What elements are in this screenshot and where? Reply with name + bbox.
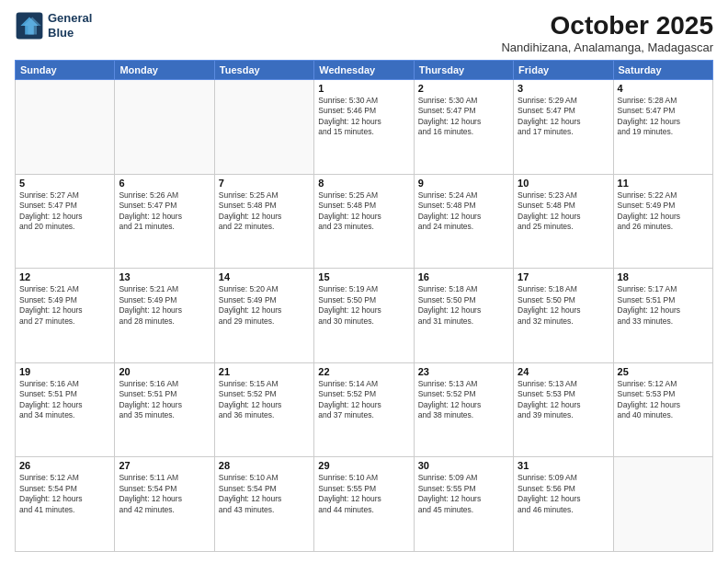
col-thursday: Thursday bbox=[414, 61, 513, 80]
day-number: 2 bbox=[418, 83, 509, 94]
day-number: 31 bbox=[518, 460, 609, 471]
table-row bbox=[16, 80, 115, 175]
day-info: Sunrise: 5:14 AM Sunset: 5:52 PM Dayligh… bbox=[318, 379, 409, 421]
day-info: Sunrise: 5:30 AM Sunset: 5:46 PM Dayligh… bbox=[318, 96, 409, 138]
day-info: Sunrise: 5:16 AM Sunset: 5:51 PM Dayligh… bbox=[19, 379, 110, 421]
logo-icon bbox=[15, 11, 44, 40]
day-number: 17 bbox=[518, 271, 609, 282]
day-info: Sunrise: 5:25 AM Sunset: 5:48 PM Dayligh… bbox=[219, 190, 310, 233]
table-row: 21Sunrise: 5:15 AM Sunset: 5:52 PM Dayli… bbox=[214, 362, 313, 457]
day-number: 23 bbox=[418, 366, 509, 377]
logo: General Blue bbox=[15, 11, 92, 40]
day-info: Sunrise: 5:16 AM Sunset: 5:51 PM Dayligh… bbox=[119, 379, 210, 421]
day-info: Sunrise: 5:23 AM Sunset: 5:48 PM Dayligh… bbox=[518, 190, 609, 233]
table-row: 20Sunrise: 5:16 AM Sunset: 5:51 PM Dayli… bbox=[115, 362, 214, 457]
header: General Blue October 2025 Nandihizana, A… bbox=[15, 11, 713, 54]
day-number: 20 bbox=[119, 366, 210, 377]
table-row: 3Sunrise: 5:29 AM Sunset: 5:47 PM Daylig… bbox=[514, 80, 613, 175]
calendar-table: Sunday Monday Tuesday Wednesday Thursday… bbox=[15, 60, 713, 552]
table-row: 23Sunrise: 5:13 AM Sunset: 5:52 PM Dayli… bbox=[414, 362, 513, 457]
table-row: 11Sunrise: 5:22 AM Sunset: 5:49 PM Dayli… bbox=[613, 174, 712, 269]
day-info: Sunrise: 5:13 AM Sunset: 5:52 PM Dayligh… bbox=[418, 379, 509, 421]
table-row: 18Sunrise: 5:17 AM Sunset: 5:51 PM Dayli… bbox=[613, 269, 712, 363]
table-row: 15Sunrise: 5:19 AM Sunset: 5:50 PM Dayli… bbox=[314, 269, 414, 363]
table-row: 17Sunrise: 5:18 AM Sunset: 5:50 PM Dayli… bbox=[514, 269, 613, 363]
col-wednesday: Wednesday bbox=[314, 61, 414, 80]
day-number: 8 bbox=[318, 178, 409, 189]
day-info: Sunrise: 5:26 AM Sunset: 5:47 PM Dayligh… bbox=[119, 190, 210, 233]
table-row: 12Sunrise: 5:21 AM Sunset: 5:49 PM Dayli… bbox=[16, 269, 115, 363]
day-number: 4 bbox=[618, 83, 709, 94]
day-number: 28 bbox=[219, 460, 310, 471]
table-row: 27Sunrise: 5:11 AM Sunset: 5:54 PM Dayli… bbox=[115, 457, 214, 552]
day-info: Sunrise: 5:21 AM Sunset: 5:49 PM Dayligh… bbox=[119, 284, 210, 327]
col-sunday: Sunday bbox=[16, 61, 115, 80]
day-number: 26 bbox=[19, 460, 110, 471]
day-info: Sunrise: 5:10 AM Sunset: 5:54 PM Dayligh… bbox=[219, 473, 310, 515]
location-title: Nandihizana, Analamanga, Madagascar bbox=[501, 40, 713, 54]
day-number: 12 bbox=[19, 271, 110, 282]
day-number: 16 bbox=[418, 271, 509, 282]
table-row: 4Sunrise: 5:28 AM Sunset: 5:47 PM Daylig… bbox=[613, 80, 712, 175]
day-number: 25 bbox=[618, 366, 709, 377]
day-info: Sunrise: 5:18 AM Sunset: 5:50 PM Dayligh… bbox=[418, 284, 509, 327]
table-row: 14Sunrise: 5:20 AM Sunset: 5:49 PM Dayli… bbox=[214, 269, 313, 363]
day-number: 30 bbox=[418, 460, 509, 471]
table-row: 26Sunrise: 5:12 AM Sunset: 5:54 PM Dayli… bbox=[16, 457, 115, 552]
logo-text: General Blue bbox=[48, 11, 92, 40]
table-row: 25Sunrise: 5:12 AM Sunset: 5:53 PM Dayli… bbox=[613, 362, 712, 457]
day-number: 24 bbox=[518, 366, 609, 377]
day-info: Sunrise: 5:09 AM Sunset: 5:55 PM Dayligh… bbox=[418, 473, 509, 515]
calendar-week-row: 19Sunrise: 5:16 AM Sunset: 5:51 PM Dayli… bbox=[16, 362, 713, 457]
day-number: 9 bbox=[418, 178, 509, 189]
table-row: 6Sunrise: 5:26 AM Sunset: 5:47 PM Daylig… bbox=[115, 174, 214, 269]
col-friday: Friday bbox=[514, 61, 613, 80]
day-number: 18 bbox=[618, 271, 709, 282]
day-number: 10 bbox=[518, 178, 609, 189]
day-info: Sunrise: 5:29 AM Sunset: 5:47 PM Dayligh… bbox=[518, 96, 609, 138]
day-info: Sunrise: 5:12 AM Sunset: 5:53 PM Dayligh… bbox=[618, 379, 709, 421]
table-row: 24Sunrise: 5:13 AM Sunset: 5:53 PM Dayli… bbox=[514, 362, 613, 457]
table-row: 1Sunrise: 5:30 AM Sunset: 5:46 PM Daylig… bbox=[314, 80, 414, 175]
day-number: 13 bbox=[119, 271, 210, 282]
day-number: 22 bbox=[318, 366, 409, 377]
day-info: Sunrise: 5:20 AM Sunset: 5:49 PM Dayligh… bbox=[219, 284, 310, 327]
calendar-week-row: 26Sunrise: 5:12 AM Sunset: 5:54 PM Dayli… bbox=[16, 457, 713, 552]
day-number: 11 bbox=[618, 178, 709, 189]
day-info: Sunrise: 5:12 AM Sunset: 5:54 PM Dayligh… bbox=[19, 473, 110, 515]
day-info: Sunrise: 5:27 AM Sunset: 5:47 PM Dayligh… bbox=[19, 190, 110, 233]
month-title: October 2025 bbox=[501, 11, 713, 40]
col-monday: Monday bbox=[115, 61, 214, 80]
day-info: Sunrise: 5:11 AM Sunset: 5:54 PM Dayligh… bbox=[119, 473, 210, 515]
table-row: 19Sunrise: 5:16 AM Sunset: 5:51 PM Dayli… bbox=[16, 362, 115, 457]
day-number: 7 bbox=[219, 178, 310, 189]
day-info: Sunrise: 5:19 AM Sunset: 5:50 PM Dayligh… bbox=[318, 284, 409, 327]
table-row: 31Sunrise: 5:09 AM Sunset: 5:56 PM Dayli… bbox=[514, 457, 613, 552]
day-number: 21 bbox=[219, 366, 310, 377]
day-info: Sunrise: 5:30 AM Sunset: 5:47 PM Dayligh… bbox=[418, 96, 509, 138]
day-info: Sunrise: 5:21 AM Sunset: 5:49 PM Dayligh… bbox=[19, 284, 110, 327]
table-row bbox=[115, 80, 214, 175]
day-number: 19 bbox=[19, 366, 110, 377]
day-info: Sunrise: 5:17 AM Sunset: 5:51 PM Dayligh… bbox=[618, 284, 709, 327]
day-info: Sunrise: 5:18 AM Sunset: 5:50 PM Dayligh… bbox=[518, 284, 609, 327]
day-number: 15 bbox=[318, 271, 409, 282]
day-info: Sunrise: 5:09 AM Sunset: 5:56 PM Dayligh… bbox=[518, 473, 609, 515]
day-info: Sunrise: 5:24 AM Sunset: 5:48 PM Dayligh… bbox=[418, 190, 509, 233]
day-number: 5 bbox=[19, 178, 110, 189]
table-row bbox=[214, 80, 313, 175]
calendar-week-row: 1Sunrise: 5:30 AM Sunset: 5:46 PM Daylig… bbox=[16, 80, 713, 175]
day-info: Sunrise: 5:15 AM Sunset: 5:52 PM Dayligh… bbox=[219, 379, 310, 421]
table-row bbox=[613, 457, 712, 552]
day-number: 6 bbox=[119, 178, 210, 189]
table-row: 10Sunrise: 5:23 AM Sunset: 5:48 PM Dayli… bbox=[514, 174, 613, 269]
day-number: 27 bbox=[119, 460, 210, 471]
table-row: 2Sunrise: 5:30 AM Sunset: 5:47 PM Daylig… bbox=[414, 80, 513, 175]
table-row: 5Sunrise: 5:27 AM Sunset: 5:47 PM Daylig… bbox=[16, 174, 115, 269]
table-row: 16Sunrise: 5:18 AM Sunset: 5:50 PM Dayli… bbox=[414, 269, 513, 363]
table-row: 9Sunrise: 5:24 AM Sunset: 5:48 PM Daylig… bbox=[414, 174, 513, 269]
table-row: 28Sunrise: 5:10 AM Sunset: 5:54 PM Dayli… bbox=[214, 457, 313, 552]
table-row: 29Sunrise: 5:10 AM Sunset: 5:55 PM Dayli… bbox=[314, 457, 414, 552]
table-row: 22Sunrise: 5:14 AM Sunset: 5:52 PM Dayli… bbox=[314, 362, 414, 457]
table-row: 13Sunrise: 5:21 AM Sunset: 5:49 PM Dayli… bbox=[115, 269, 214, 363]
